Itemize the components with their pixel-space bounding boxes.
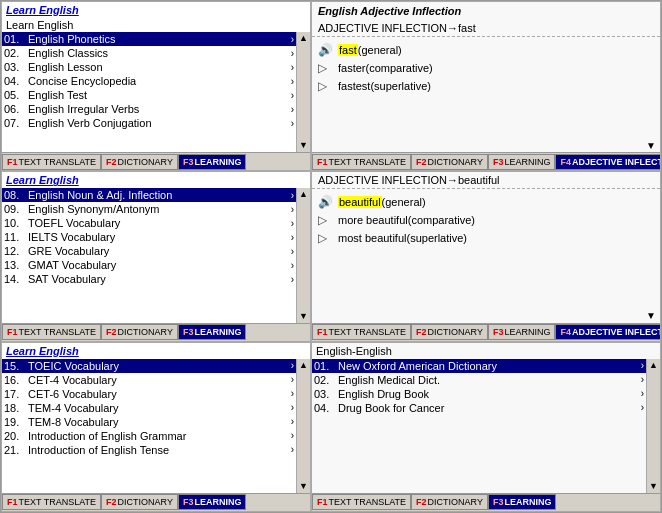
list-item-num: 02.	[4, 47, 28, 59]
tab-label: TEXT TRANSLATE	[329, 157, 407, 167]
list-item[interactable]: 16.CET-4 Vocabulary›	[2, 373, 296, 387]
footer-tab-learning[interactable]: F3LEARNING	[178, 154, 247, 170]
list-item[interactable]: 02.English Medical Dict.›	[312, 373, 646, 387]
list-item[interactable]: 02.English Classics›	[2, 46, 296, 60]
footer-tab-adjective-inflection[interactable]: F4ADJECTIVE INFLECTION	[555, 154, 661, 170]
adj-suffix: (superlative)	[370, 80, 431, 92]
scroll-bar-top-left[interactable]: ▲ ▼	[296, 32, 310, 152]
panel-bot-left-title: Learn English	[2, 343, 310, 359]
list-item-arrow: ›	[291, 402, 294, 413]
footer-tab-text-translate[interactable]: F1TEXT TRANSLATE	[312, 494, 411, 510]
list-item[interactable]: 01.New Oxford American Dictionary›	[312, 359, 646, 373]
scroll-up-bot-right[interactable]: ▲	[649, 361, 658, 370]
scroll-down-mid-left[interactable]: ▼	[299, 312, 308, 321]
list-item-num: 18.	[4, 402, 28, 414]
scroll-down-icon-mr[interactable]: ▼	[646, 310, 656, 321]
footer-tab-adjective-inflection[interactable]: F4ADJECTIVE INFLECTION	[555, 324, 661, 340]
tab-label: ADJECTIVE INFLECTION	[572, 327, 661, 337]
list-item-num: 14.	[4, 273, 28, 285]
scroll-bar-mid-left[interactable]: ▲ ▼	[296, 188, 310, 322]
list-item[interactable]: 03.English Drug Book›	[312, 387, 646, 401]
list-item[interactable]: 13.GMAT Vocabulary›	[2, 258, 296, 272]
tab-label: LEARNING	[194, 327, 241, 337]
footer-tab-dictionary[interactable]: F2DICTIONARY	[101, 154, 178, 170]
list-item-arrow: ›	[291, 246, 294, 257]
footer-tab-dictionary[interactable]: F2DICTIONARY	[411, 154, 488, 170]
list-item-arrow: ›	[291, 48, 294, 59]
tab-key: F4	[560, 157, 571, 167]
tab-label: LEARNING	[194, 497, 241, 507]
footer-tab-text-translate[interactable]: F1TEXT TRANSLATE	[2, 324, 101, 340]
panel-bot-left-footer: F1TEXT TRANSLATEF2DICTIONARYF3LEARNING	[2, 493, 310, 511]
footer-tab-dictionary[interactable]: F2DICTIONARY	[101, 324, 178, 340]
list-item[interactable]: 11.IELTS Vocabulary›	[2, 230, 296, 244]
footer-tab-dictionary[interactable]: F2DICTIONARY	[411, 494, 488, 510]
tab-key: F3	[183, 327, 194, 337]
footer-tab-learning[interactable]: F3LEARNING	[488, 324, 556, 340]
tab-label: TEXT TRANSLATE	[329, 327, 407, 337]
list-item[interactable]: 04.Drug Book for Cancer›	[312, 401, 646, 415]
footer-tab-learning[interactable]: F3LEARNING	[488, 154, 556, 170]
panel-bot-right-subtitle: English-English	[312, 343, 660, 359]
list-item[interactable]: 09.English Synonym/Antonym›	[2, 202, 296, 216]
footer-tab-learning[interactable]: F3LEARNING	[178, 324, 247, 340]
footer-tab-text-translate[interactable]: F1TEXT TRANSLATE	[2, 494, 101, 510]
tab-label: LEARNING	[194, 157, 241, 167]
scroll-down-bot-right[interactable]: ▼	[649, 482, 658, 491]
footer-tab-learning[interactable]: F3LEARNING	[488, 494, 557, 510]
adjective-content-beautiful: 🔊beautiful (general)▷more beautiful (com…	[312, 188, 660, 308]
scroll-bar-bot-left[interactable]: ▲ ▼	[296, 359, 310, 493]
list-item-num: 03.	[4, 61, 28, 73]
scroll-up-bot-left[interactable]: ▲	[299, 361, 308, 370]
scroll-down-icon-tr[interactable]: ▼	[646, 140, 656, 151]
footer-tab-dictionary[interactable]: F2DICTIONARY	[411, 324, 488, 340]
list-item[interactable]: 17.CET-6 Vocabulary›	[2, 387, 296, 401]
list-item[interactable]: 03.English Lesson›	[2, 60, 296, 74]
footer-tab-text-translate[interactable]: F1TEXT TRANSLATE	[2, 154, 101, 170]
panel-mid-left-list-container: 08.English Noun & Adj. Inflection›09.Eng…	[2, 188, 310, 322]
panel-bot-right-list-container: 01.New Oxford American Dictionary›02.Eng…	[312, 359, 660, 493]
footer-tab-text-translate[interactable]: F1TEXT TRANSLATE	[312, 154, 411, 170]
list-item[interactable]: 05.English Test›	[2, 88, 296, 102]
list-item-text: IELTS Vocabulary	[28, 231, 291, 243]
list-item[interactable]: 10.TOEFL Vocabulary›	[2, 216, 296, 230]
tab-key: F1	[317, 157, 328, 167]
list-item-text: English Irregular Verbs	[28, 103, 291, 115]
list-item-arrow: ›	[641, 360, 644, 371]
list-item-num: 15.	[4, 360, 28, 372]
list-item-num: 03.	[314, 388, 338, 400]
adj-highlighted-word: beautiful	[338, 196, 382, 208]
panel-top-left-title: Learn English	[2, 2, 310, 18]
list-item[interactable]: 06.English Irregular Verbs›	[2, 102, 296, 116]
list-item[interactable]: 04.Concise Encyclopedia›	[2, 74, 296, 88]
footer-tab-dictionary[interactable]: F2DICTIONARY	[101, 494, 178, 510]
tab-key: F2	[416, 157, 427, 167]
scroll-up-mid-left[interactable]: ▲	[299, 190, 308, 199]
list-item[interactable]: 18.TEM-4 Vocabulary›	[2, 401, 296, 415]
list-item[interactable]: 14.SAT Vocabulary›	[2, 272, 296, 286]
tab-label: TEXT TRANSLATE	[329, 497, 407, 507]
scroll-up-top-left[interactable]: ▲	[299, 34, 308, 43]
panel-top-left-list: 01.English Phonetics›02.English Classics…	[2, 32, 296, 152]
scroll-down-top-left[interactable]: ▼	[299, 141, 308, 150]
list-item[interactable]: 12.GRE Vocabulary›	[2, 244, 296, 258]
list-item[interactable]: 15.TOEIC Vocabulary›	[2, 359, 296, 373]
tab-label: DICTIONARY	[118, 327, 173, 337]
list-item[interactable]: 08.English Noun & Adj. Inflection›	[2, 188, 296, 202]
list-item-num: 12.	[4, 245, 28, 257]
list-item-num: 19.	[4, 416, 28, 428]
scroll-bar-bot-right[interactable]: ▲ ▼	[646, 359, 660, 493]
list-item-arrow: ›	[291, 388, 294, 399]
list-item[interactable]: 21.Introduction of English Tense›	[2, 443, 296, 457]
scroll-down-bot-left[interactable]: ▼	[299, 482, 308, 491]
list-item[interactable]: 07.English Verb Conjugation›	[2, 116, 296, 130]
list-item[interactable]: 01.English Phonetics›	[2, 32, 296, 46]
tab-label: DICTIONARY	[428, 327, 483, 337]
list-item-arrow: ›	[291, 430, 294, 441]
list-item-text: CET-4 Vocabulary	[28, 374, 291, 386]
footer-tab-text-translate[interactable]: F1TEXT TRANSLATE	[312, 324, 411, 340]
list-item[interactable]: 20.Introduction of English Grammar›	[2, 429, 296, 443]
tab-label: TEXT TRANSLATE	[19, 327, 97, 337]
footer-tab-learning[interactable]: F3LEARNING	[178, 494, 247, 510]
list-item[interactable]: 19.TEM-8 Vocabulary›	[2, 415, 296, 429]
